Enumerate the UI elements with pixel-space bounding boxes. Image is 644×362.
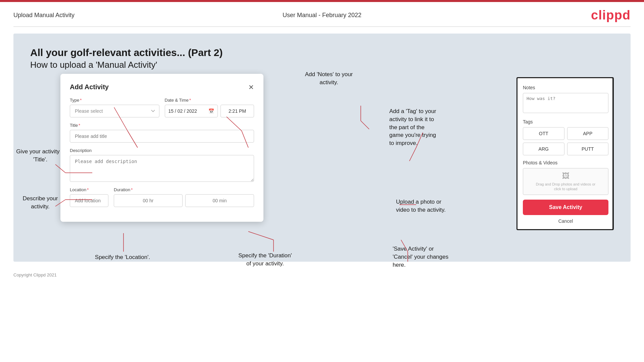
- phone-panel: Notes Tags OTT APP ARG PUTT Photos & Vid…: [516, 77, 614, 230]
- main-content: All your golf-relevant activities... (Pa…: [13, 34, 631, 262]
- location-group: Location*: [70, 187, 108, 207]
- manual-title: User Manual - February 2022: [283, 12, 361, 19]
- tags-label: Tags: [523, 119, 608, 124]
- svg-line-11: [248, 231, 274, 240]
- callout-give-title: Give your activity a 'Title'.: [13, 148, 67, 164]
- type-group: Type* Please select: [70, 98, 159, 117]
- photo-icon: 🖼: [562, 172, 569, 180]
- svg-line-13: [361, 121, 369, 129]
- title-input[interactable]: [70, 130, 254, 143]
- callout-save: 'Save Activity' or 'Cancel' your changes…: [393, 245, 473, 269]
- description-input[interactable]: [70, 155, 254, 182]
- logo: clippd: [591, 8, 631, 22]
- description-label: Description: [70, 148, 254, 153]
- location-label: Location*: [70, 187, 108, 192]
- photo-drop-text: Drag and Drop photos and videos or click…: [536, 182, 595, 192]
- add-activity-dialog: Add Activity ✕ Type* Please select Date …: [60, 74, 263, 222]
- page-label: Upload Manual Activity: [13, 12, 75, 19]
- title-label: Title*: [70, 123, 254, 128]
- description-group: Description: [70, 148, 254, 182]
- duration-label: Duration*: [114, 187, 254, 192]
- callout-notes: Add 'Notes' to your activity.: [295, 70, 362, 87]
- copyright: Copyright Clippd 2021: [13, 272, 57, 277]
- svg-line-15: [409, 148, 416, 161]
- datetime-label: Date & Time*: [165, 98, 254, 103]
- calendar-icon: 📅: [208, 108, 214, 114]
- close-button[interactable]: ✕: [248, 84, 254, 91]
- date-input[interactable]: 15 / 02 / 2022 📅: [165, 105, 218, 117]
- time-input[interactable]: 2:21 PM: [220, 105, 254, 117]
- header: Upload Manual Activity User Manual - Feb…: [0, 2, 644, 27]
- datetime-group: Date & Time* 15 / 02 / 2022 📅 2:21 PM: [165, 98, 254, 117]
- hours-input[interactable]: [114, 194, 183, 207]
- type-select[interactable]: Please select: [70, 105, 159, 117]
- cancel-link[interactable]: Cancel: [523, 218, 608, 224]
- header-divider: [13, 27, 631, 27]
- minutes-input[interactable]: [185, 194, 254, 207]
- notes-label: Notes: [523, 85, 608, 90]
- tags-grid: OTT APP ARG PUTT: [523, 127, 608, 155]
- date-time-inputs: 15 / 02 / 2022 📅 2:21 PM: [165, 105, 254, 117]
- type-label: Type*: [70, 98, 159, 103]
- notes-input[interactable]: [523, 93, 608, 113]
- duration-group: Duration*: [114, 187, 254, 207]
- dialog-title: Add Activity: [70, 83, 109, 91]
- form-row-description: Description: [70, 148, 254, 182]
- callout-upload: Upload a photo or video to the activity.: [396, 198, 470, 214]
- tag-ott[interactable]: OTT: [523, 127, 564, 140]
- duration-inputs: [114, 194, 254, 207]
- tag-putt[interactable]: PUTT: [567, 143, 609, 155]
- save-activity-button[interactable]: Save Activity: [523, 200, 608, 215]
- tag-arg[interactable]: ARG: [523, 143, 564, 155]
- callout-describe: Describe your activity.: [13, 195, 67, 211]
- photos-label: Photos & Videos: [523, 160, 608, 165]
- callout-location: Specify the 'Location'.: [89, 253, 156, 261]
- callout-duration: Specify the 'Duration' of your activity.: [225, 252, 305, 268]
- form-row-title: Title*: [70, 123, 254, 143]
- photo-upload-area[interactable]: 🖼 Drag and Drop photos and videos or cli…: [523, 168, 608, 195]
- dialog-header: Add Activity ✕: [70, 83, 254, 91]
- title-group: Title*: [70, 123, 254, 143]
- tag-app[interactable]: APP: [567, 127, 609, 140]
- page-subtitle: How to upload a 'Manual Activity': [30, 60, 614, 70]
- footer: Copyright Clippd 2021: [0, 268, 644, 281]
- dialog-wrapper: Add Activity ✕ Type* Please select Date …: [60, 74, 263, 222]
- page-title: All your golf-relevant activities... (Pa…: [30, 47, 614, 58]
- callout-tag: Add a 'Tag' to your activity to link it …: [389, 107, 470, 147]
- form-row-type-date: Type* Please select Date & Time* 15 / 02…: [70, 98, 254, 117]
- location-input[interactable]: [70, 194, 108, 207]
- form-row-location-duration: Location* Duration*: [70, 187, 254, 207]
